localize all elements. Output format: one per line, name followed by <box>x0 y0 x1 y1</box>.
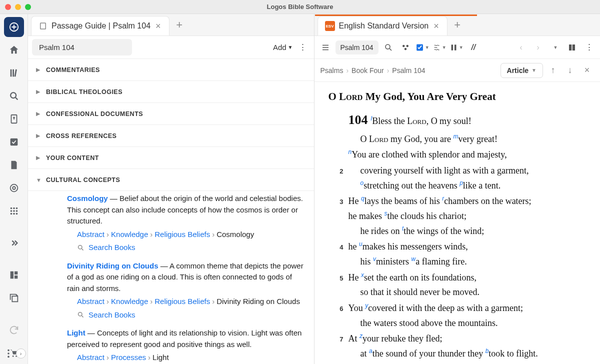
crumb[interactable]: Psalm 104 <box>392 66 425 74</box>
section-title: CULTURAL CONCEPTS <box>46 176 120 184</box>
add-tab-button[interactable]: + <box>170 14 190 36</box>
reference-input[interactable]: Psalm 104 <box>336 40 378 54</box>
section-your-content[interactable]: ▶YOUR CONTENT <box>28 147 314 169</box>
rail-home-icon[interactable] <box>4 40 24 60</box>
tab-esv[interactable]: ESV English Standard Version × <box>318 16 448 36</box>
left-tabstrip: Passage Guide | Psalm 104 × + <box>28 14 314 36</box>
concept-link[interactable]: Divinity Riding on Clouds <box>67 262 158 270</box>
minimize-window[interactable] <box>15 4 21 10</box>
verse-row: 7At zyour rebuke they fled;at athe sound… <box>328 332 586 361</box>
footnote-marker[interactable]: x <box>361 272 364 278</box>
footnote-marker[interactable]: p <box>460 180 463 186</box>
rail-sync-icon[interactable] <box>4 320 24 340</box>
close-window[interactable] <box>5 4 11 10</box>
bc-link[interactable]: Religious Beliefs <box>154 230 210 238</box>
tab-label: Passage Guide | Psalm 104 <box>52 22 150 30</box>
svg-point-32 <box>402 44 405 47</box>
rail-document-icon[interactable] <box>4 155 24 175</box>
bc-link[interactable]: Knowledge <box>111 230 148 238</box>
rail-more-icon[interactable] <box>2 347 15 360</box>
nav-forward-icon[interactable]: › <box>531 40 545 54</box>
right-tabstrip: ESV English Standard Version × + <box>314 14 600 36</box>
rail-copy-icon[interactable] <box>4 288 24 308</box>
add-button[interactable]: Add▼ <box>273 43 293 52</box>
interlinear-icon[interactable]: ▼ <box>432 40 446 54</box>
nav-back-icon[interactable]: ‹ <box>514 40 528 54</box>
footnote-marker[interactable]: b <box>486 348 489 354</box>
search-icon[interactable] <box>382 40 396 54</box>
footnote-marker[interactable]: n <box>348 148 352 156</box>
verse-row: nYou are clothed with splendor and majes… <box>328 148 586 162</box>
section-biblical-theologies[interactable]: ▶BIBLICAL THEOLOGIES <box>28 81 314 103</box>
rail-search-icon[interactable] <box>4 86 24 106</box>
rail-next-icon[interactable]: › <box>16 348 26 358</box>
more-icon[interactable]: ⋮ <box>582 40 596 54</box>
zoom-window[interactable] <box>25 4 31 10</box>
bc-link: Cosmology <box>216 230 254 238</box>
verse-text: He qlays the beams of his rchambers on t… <box>344 194 586 238</box>
rail-logo[interactable] <box>4 17 24 37</box>
rail-tools-icon[interactable] <box>4 201 24 221</box>
contents-icon[interactable] <box>318 40 332 54</box>
search-books-link[interactable]: Search Books <box>77 310 306 321</box>
columns-icon[interactable]: ▼ <box>450 40 464 54</box>
crumb[interactable]: Psalms <box>320 66 344 74</box>
visual-filters-icon[interactable] <box>398 40 412 54</box>
close-locator-icon[interactable]: × <box>580 64 594 78</box>
bc-link[interactable]: Knowledge <box>111 297 148 306</box>
search-books-link[interactable]: Search Books <box>77 242 306 254</box>
concept-breadcrumb: Abstract›Knowledge›Religious Beliefs›Div… <box>77 296 306 308</box>
section-confessional-documents[interactable]: ▶CONFESSIONAL DOCUMENTS <box>28 103 314 125</box>
footnote-marker[interactable]: v <box>373 256 376 262</box>
footnote-marker[interactable]: a <box>369 348 372 354</box>
nav-menu-icon[interactable]: ▼ <box>548 40 562 54</box>
view-mode-select[interactable]: Article▼ <box>500 63 543 78</box>
more-icon[interactable]: ⋮ <box>296 40 310 54</box>
svg-rect-37 <box>454 44 456 50</box>
bc-link[interactable]: Abstract <box>77 297 104 306</box>
rail-expand-icon[interactable] <box>4 233 24 253</box>
parallel-icon[interactable]: // <box>466 40 480 54</box>
footnote-marker[interactable]: w <box>412 256 416 262</box>
crumb[interactable]: Book Four <box>352 66 384 74</box>
footnote-marker[interactable]: l <box>371 115 372 122</box>
svg-point-14 <box>16 210 18 212</box>
close-icon[interactable]: × <box>432 21 440 32</box>
footnote-marker[interactable]: y <box>365 302 368 309</box>
footnote-marker[interactable]: z <box>360 332 362 340</box>
svg-point-33 <box>406 44 408 47</box>
bc-link[interactable]: Religious Beliefs <box>154 297 210 306</box>
verse-text: You ycovered it with the deep as with a … <box>344 301 586 330</box>
bc-link[interactable]: Processes <box>111 353 146 362</box>
section-commentaries[interactable]: ▶COMMENTARIES <box>28 59 314 81</box>
verse-row: 104lBless the Lord, O my soul! <box>328 110 586 131</box>
rail-layouts-icon[interactable] <box>4 265 24 285</box>
concept-link[interactable]: Cosmology <box>67 194 108 202</box>
rail-guides-icon[interactable] <box>4 178 24 198</box>
section-cultural-concepts[interactable]: ▼CULTURAL CONCEPTS <box>28 169 314 191</box>
add-tab-button[interactable]: + <box>448 14 468 36</box>
footnote-marker[interactable]: m <box>453 133 458 140</box>
check-icon[interactable]: ▼ <box>416 40 430 54</box>
close-icon[interactable]: × <box>154 21 162 32</box>
footnote-marker[interactable]: u <box>359 240 362 248</box>
footnote-marker[interactable]: r <box>442 195 444 202</box>
split-icon[interactable] <box>565 40 579 54</box>
footnote-marker[interactable]: o <box>360 180 364 186</box>
section-cross-references[interactable]: ▶CROSS REFERENCES <box>28 125 314 147</box>
footnote-marker[interactable]: s <box>384 210 387 217</box>
down-arrow-icon[interactable]: ↓ <box>563 64 577 78</box>
svg-rect-18 <box>10 272 13 279</box>
rail-checklist-icon[interactable] <box>4 132 24 152</box>
rail-library-icon[interactable] <box>4 63 24 83</box>
tab-passage-guide[interactable]: Passage Guide | Psalm 104 × <box>31 16 170 36</box>
up-arrow-icon[interactable]: ↑ <box>546 64 560 78</box>
bc-link[interactable]: Abstract <box>77 230 104 238</box>
passage-guide-pane: Passage Guide | Psalm 104 × + Psalm 104 … <box>28 14 314 364</box>
rail-bible-icon[interactable] <box>4 109 24 129</box>
footnote-marker[interactable]: q <box>361 195 364 202</box>
concept-link[interactable]: Light <box>67 328 86 337</box>
footnote-marker[interactable]: t <box>402 225 404 232</box>
reference-input[interactable]: Psalm 104 <box>32 39 132 56</box>
bc-link[interactable]: Abstract <box>77 353 104 362</box>
